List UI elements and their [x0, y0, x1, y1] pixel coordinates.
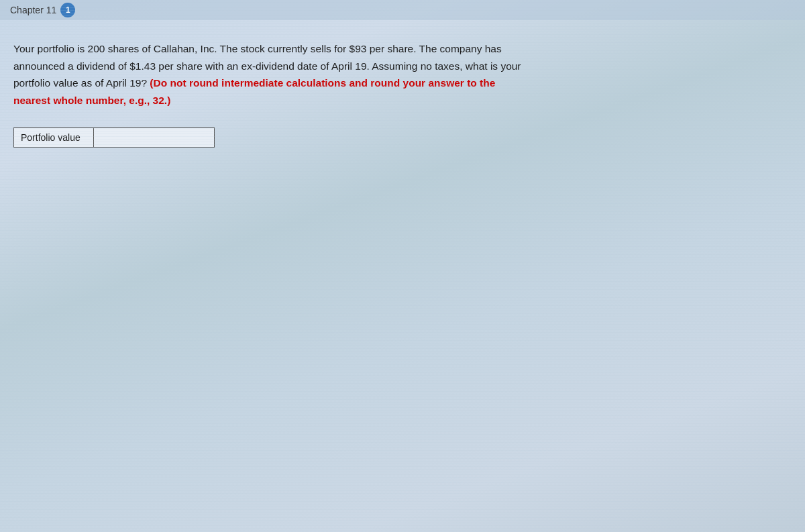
page-container: Your portfolio is 200 shares of Callahan… [0, 0, 805, 532]
portfolio-value-input[interactable] [94, 127, 215, 148]
portfolio-value-row: Portfolio value [13, 127, 792, 148]
portfolio-value-label: Portfolio value [13, 127, 94, 148]
question-text: Your portfolio is 200 shares of Callahan… [13, 40, 523, 109]
